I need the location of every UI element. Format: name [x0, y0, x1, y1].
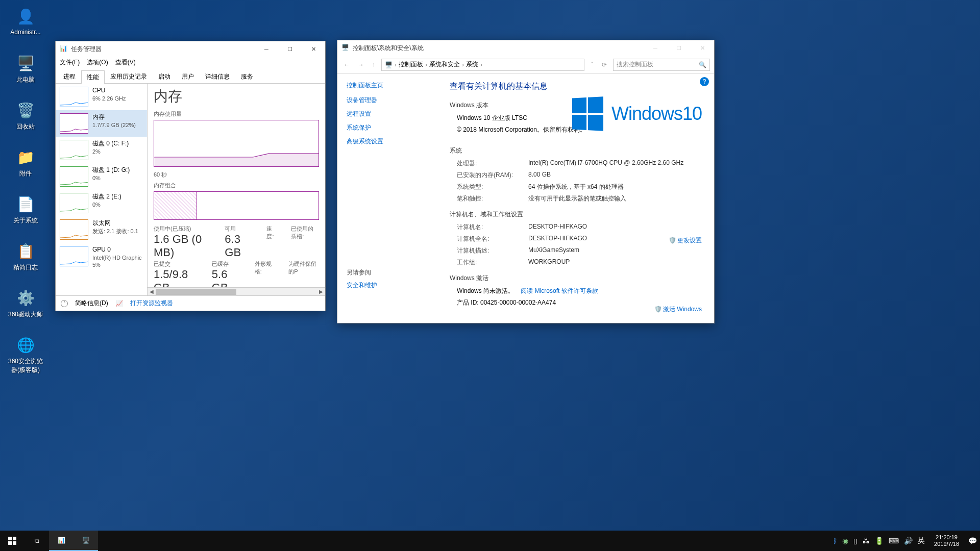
sidebar-link[interactable]: 设备管理器 — [347, 96, 430, 105]
info-row: 计算机全名:DESKTOP-HIFKAGO — [457, 235, 704, 243]
desktop-icon-5[interactable]: 📋精简日志 — [6, 241, 45, 272]
sidebar-item-内存[interactable]: 内存1.7/7.9 GB (22%) — [56, 110, 147, 137]
desktop-icon-6[interactable]: ⚙️360驱动大师 — [6, 288, 45, 319]
maximize-button[interactable]: ☐ — [667, 40, 691, 56]
info-row: 工作组:WORKGROUP — [457, 258, 704, 267]
breadcrumb-item[interactable]: 系统 — [466, 60, 478, 69]
desktop-icon-7[interactable]: 🌐360安全浏览器(极客版) — [6, 335, 45, 374]
back-button[interactable]: ← — [341, 61, 352, 68]
desktop-icon-3[interactable]: 📁附件 — [6, 147, 45, 178]
metric-value: 0% — [92, 174, 130, 182]
memory-usage-graph[interactable] — [154, 120, 319, 167]
dropdown-icon[interactable]: ˅ — [589, 61, 596, 68]
breadcrumb-item[interactable]: 系统和安全 — [429, 60, 460, 69]
maximize-button[interactable]: ☐ — [278, 41, 302, 57]
up-button[interactable]: ↑ — [370, 61, 377, 68]
sidebar-item-磁盘 2 (E:)[interactable]: 磁盘 2 (E:)0% — [56, 190, 147, 216]
icon-label: 精简日志 — [6, 263, 45, 272]
desktop-icon-0[interactable]: 👤Administr... — [6, 6, 45, 36]
tm-titlebar[interactable]: 📊 任务管理器 ─ ☐ ✕ — [56, 41, 325, 57]
close-button[interactable]: ✕ — [302, 41, 325, 57]
tab-进程[interactable]: 进程 — [58, 70, 81, 83]
shield-icon: 🛡️ — [669, 237, 676, 244]
cp-home-link[interactable]: 控制面板主页 — [347, 81, 430, 90]
metric-value: 2% — [92, 148, 129, 155]
row-key: 计算机名: — [457, 223, 528, 232]
start-button[interactable] — [0, 531, 24, 551]
minimize-button[interactable]: ─ — [255, 41, 278, 57]
taskbar-app-taskmgr[interactable]: 📊 — [49, 531, 74, 551]
tm-brief-link[interactable]: 简略信息(D) — [75, 299, 108, 308]
shield-icon: 🛡️ — [654, 306, 662, 313]
bluetooth-icon[interactable]: ᛒ — [833, 537, 837, 545]
sidebar-item-CPU[interactable]: CPU6% 2.26 GHz — [56, 84, 147, 110]
breadcrumb[interactable]: 🖥️› 控制面板›系统和安全›系统› — [381, 59, 584, 71]
ime-indicator[interactable]: 英 — [918, 536, 925, 545]
breadcrumb-item[interactable]: 控制面板 — [399, 60, 423, 69]
mini-graph — [60, 166, 88, 187]
change-settings-link[interactable]: 🛡️更改设置 — [669, 236, 702, 245]
cp-title: 控制面板\系统和安全\系统 — [353, 44, 424, 53]
close-button[interactable]: ✕ — [691, 40, 714, 56]
volume-icon[interactable]: 🔊 — [904, 537, 913, 545]
network-icon[interactable]: 🖧 — [863, 537, 870, 545]
sidebar-link[interactable]: 安全和维护 — [347, 281, 430, 290]
menu-item[interactable]: 文件(F) — [60, 58, 80, 67]
tm-icon: 📊 — [60, 45, 68, 53]
security-icon[interactable]: ◉ — [842, 537, 848, 545]
mini-graph — [60, 140, 88, 160]
minimize-button[interactable]: ─ — [644, 40, 667, 56]
taskbar-app-controlpanel[interactable]: 🖥️ — [74, 531, 98, 551]
app-icon: ⚙️ — [15, 288, 36, 308]
cp-titlebar[interactable]: 🖥️ 控制面板\系统和安全\系统 ─ ☐ ✕ — [337, 40, 714, 56]
memory-composition-graph[interactable] — [154, 191, 319, 220]
sidebar-item-GPU 0[interactable]: GPU 0Intel(R) HD Graphic5% — [56, 243, 147, 271]
menu-item[interactable]: 选项(O) — [87, 58, 108, 67]
tray-expand-icon[interactable]: ▯ — [853, 537, 857, 545]
app-icon: 🌐 — [15, 335, 36, 355]
scroll-right-icon[interactable]: ▶ — [317, 289, 325, 294]
tab-用户[interactable]: 用户 — [176, 70, 200, 83]
notifications-icon[interactable]: 💬 — [968, 537, 977, 545]
metric-name: 以太网 — [92, 219, 138, 228]
desktop-icon-1[interactable]: 🖥️此电脑 — [6, 53, 45, 84]
tm-detail-pane: 内存 内存使用量 60 秒 内存组合 使用中(已压缩)1.6 GB (0 MB)… — [148, 84, 325, 295]
tm-sidebar[interactable]: CPU6% 2.26 GHz内存1.7/7.9 GB (22%)磁盘 0 (C:… — [56, 84, 148, 295]
menu-item[interactable]: 查看(V) — [115, 58, 136, 67]
task-view-button[interactable]: ⧉ — [24, 531, 49, 551]
chevron-up-icon[interactable]: ˄ — [61, 300, 68, 307]
cp-sidebar: 控制面板主页 设备管理器远程设置系统保护高级系统设置 另请参阅 安全和维护 — [337, 74, 439, 323]
sidebar-link[interactable]: 高级系统设置 — [347, 137, 430, 146]
license-terms-link[interactable]: 阅读 Microsoft 软件许可条款 — [521, 287, 598, 294]
sidebar-item-以太网[interactable]: 以太网发送: 2.1 接收: 0.1 — [56, 216, 147, 243]
sidebar-link[interactable]: 远程设置 — [347, 110, 430, 118]
tab-启动[interactable]: 启动 — [153, 70, 176, 83]
resource-monitor-link[interactable]: 打开资源监视器 — [130, 299, 173, 308]
metric-value: 6% 2.26 GHz — [92, 95, 126, 102]
activate-windows-link[interactable]: 🛡️激活 Windows — [654, 305, 702, 314]
search-input[interactable]: 搜索控制面板 🔍 — [613, 59, 710, 71]
section-activation: Windows 激活 — [450, 274, 704, 283]
row-key: 计算机描述: — [457, 246, 528, 255]
tab-服务[interactable]: 服务 — [235, 70, 259, 83]
keyboard-icon[interactable]: ⌨ — [889, 537, 899, 545]
row-key: 处理器: — [457, 159, 528, 168]
tm-heading: 内存 — [154, 87, 319, 106]
desktop-icon-2[interactable]: 🗑️回收站 — [6, 100, 45, 131]
row-key: 笔和触控: — [457, 194, 528, 203]
copyright-value: © 2018 Microsoft Corporation。保留所有权利。 — [457, 126, 590, 134]
sidebar-item-磁盘 0 (C: F:)[interactable]: 磁盘 0 (C: F:)2% — [56, 137, 147, 163]
forward-button[interactable]: → — [356, 61, 366, 68]
scroll-left-icon[interactable]: ◀ — [148, 289, 156, 294]
battery-icon[interactable]: 🔋 — [875, 537, 884, 545]
refresh-button[interactable]: ⟳ — [600, 61, 609, 68]
tab-详细信息[interactable]: 详细信息 — [200, 70, 235, 83]
row-value: DESKTOP-HIFKAGO — [528, 223, 587, 232]
sidebar-link[interactable]: 系统保护 — [347, 123, 430, 132]
tab-性能[interactable]: 性能 — [81, 70, 105, 84]
sidebar-item-磁盘 1 (D: G:)[interactable]: 磁盘 1 (D: G:)0% — [56, 163, 147, 190]
desktop-icon-4[interactable]: 📄关于系统 — [6, 194, 45, 225]
horizontal-scrollbar[interactable]: ◀ ▶ — [148, 287, 325, 295]
clock[interactable]: 21:20:19 2019/7/18 — [930, 534, 963, 547]
tab-应用历史记录[interactable]: 应用历史记录 — [105, 70, 153, 83]
